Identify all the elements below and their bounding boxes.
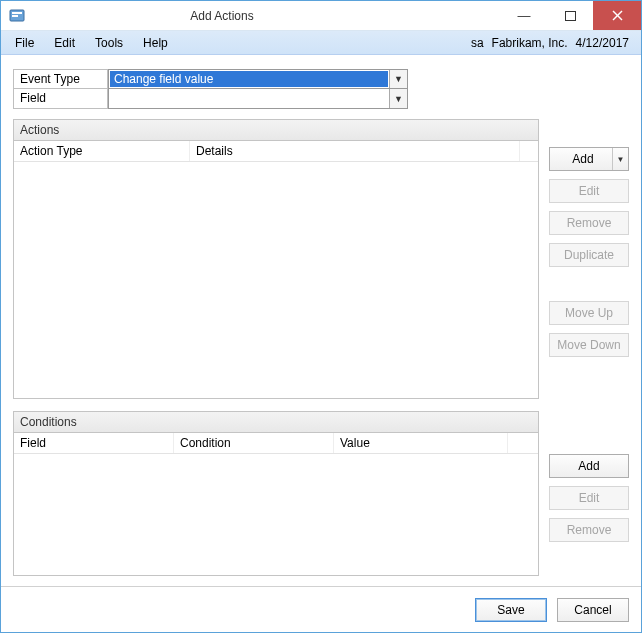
event-type-combo[interactable]: Change field value ▼	[108, 69, 408, 89]
menu-status: sa Fabrikam, Inc. 4/12/2017	[469, 31, 637, 54]
actions-header-row: Action Type Details	[14, 141, 538, 162]
conditions-remove-button[interactable]: Remove	[549, 518, 629, 542]
menubar: File Edit Tools Help sa Fabrikam, Inc. 4…	[1, 31, 641, 55]
svg-rect-3	[565, 11, 575, 20]
field-label: Field	[13, 89, 108, 109]
window: Add Actions — File Edit Tools Help sa Fa…	[0, 0, 642, 633]
status-user: sa	[469, 36, 486, 50]
window-title: Add Actions	[0, 9, 501, 23]
actions-panel-title: Actions	[14, 120, 538, 141]
status-date: 4/12/2017	[574, 36, 631, 50]
cancel-button[interactable]: Cancel	[557, 598, 629, 622]
menu-edit[interactable]: Edit	[44, 31, 85, 54]
conditions-edit-button[interactable]: Edit	[549, 486, 629, 510]
actions-duplicate-button[interactable]: Duplicate	[549, 243, 629, 267]
actions-col-actiontype[interactable]: Action Type	[14, 141, 190, 161]
actions-body[interactable]	[14, 162, 538, 398]
conditions-body[interactable]	[14, 454, 538, 575]
window-controls: —	[501, 1, 641, 30]
event-form: Event Type Change field value ▼ Field ▼	[13, 69, 629, 109]
menu-items: File Edit Tools Help	[5, 31, 178, 54]
conditions-col-value[interactable]: Value	[334, 433, 508, 453]
event-type-value: Change field value	[110, 71, 388, 87]
right-column: Add ▼ Edit Remove Duplicate Move Up Move…	[549, 119, 629, 576]
actions-panel: Actions Action Type Details	[13, 119, 539, 399]
conditions-col-field[interactable]: Field	[14, 433, 174, 453]
actions-edit-button[interactable]: Edit	[549, 179, 629, 203]
footer: Save Cancel	[1, 586, 641, 632]
actions-remove-button[interactable]: Remove	[549, 211, 629, 235]
menu-help[interactable]: Help	[133, 31, 178, 54]
conditions-col-condition[interactable]: Condition	[174, 433, 334, 453]
conditions-col-spacer	[508, 433, 538, 453]
chevron-down-icon[interactable]: ▼	[389, 70, 407, 88]
content: Event Type Change field value ▼ Field ▼ …	[1, 55, 641, 586]
save-button[interactable]: Save	[475, 598, 547, 622]
close-button[interactable]	[593, 1, 641, 30]
field-combo[interactable]: ▼	[108, 89, 408, 109]
actions-col-spacer	[520, 141, 538, 161]
maximize-button[interactable]	[547, 1, 593, 30]
chevron-down-icon[interactable]: ▼	[389, 89, 407, 108]
actions-movedown-button[interactable]: Move Down	[549, 333, 629, 357]
minimize-button[interactable]: —	[501, 1, 547, 30]
conditions-header-row: Field Condition Value	[14, 433, 538, 454]
left-column: Actions Action Type Details Conditions F…	[13, 119, 539, 576]
conditions-panel-title: Conditions	[14, 412, 538, 433]
menu-file[interactable]: File	[5, 31, 44, 54]
main-area: Actions Action Type Details Conditions F…	[13, 119, 629, 576]
button-label: Add	[572, 152, 593, 166]
actions-add-button[interactable]: Add ▼	[549, 147, 629, 171]
menu-tools[interactable]: Tools	[85, 31, 133, 54]
caret-down-icon[interactable]: ▼	[612, 148, 628, 170]
status-company: Fabrikam, Inc.	[490, 36, 570, 50]
event-type-label: Event Type	[13, 69, 108, 89]
conditions-add-button[interactable]: Add	[549, 454, 629, 478]
actions-moveup-button[interactable]: Move Up	[549, 301, 629, 325]
titlebar: Add Actions —	[1, 1, 641, 31]
conditions-panel: Conditions Field Condition Value	[13, 411, 539, 576]
actions-col-details[interactable]: Details	[190, 141, 520, 161]
field-value	[109, 89, 389, 108]
